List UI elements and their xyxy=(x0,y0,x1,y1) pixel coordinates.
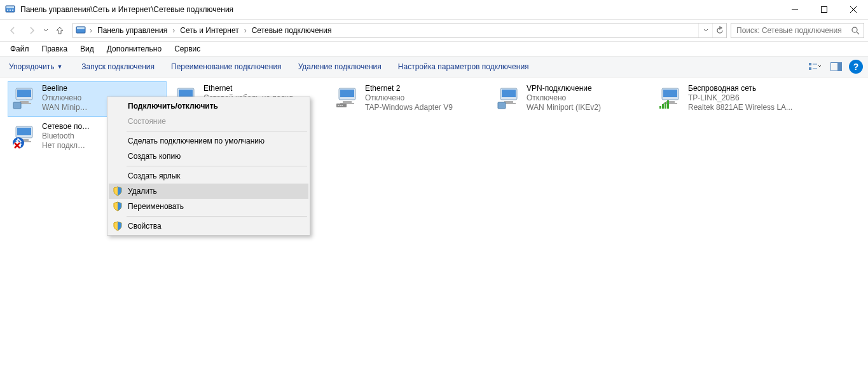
context-menu-separator xyxy=(127,216,307,217)
svg-rect-23 xyxy=(13,102,21,109)
wan-connection-icon xyxy=(496,84,523,113)
svg-rect-10 xyxy=(77,27,85,29)
svg-rect-6 xyxy=(822,7,827,13)
nav-history-dropdown[interactable] xyxy=(42,22,50,39)
organize-label: Упорядочить xyxy=(9,62,54,71)
context-menu-label: Переименовать xyxy=(128,202,184,211)
context-menu-item[interactable]: Подключить/отключить xyxy=(109,98,308,114)
context-menu-label: Свойства xyxy=(128,222,162,231)
connection-device: Нет подкл… xyxy=(42,141,90,151)
caret-down-icon: ▼ xyxy=(57,64,62,70)
close-button[interactable] xyxy=(839,0,868,19)
connections-view: BeelineОтключеноWAN Minip…EthernetСетево… xyxy=(0,77,868,156)
menu-edit[interactable]: Правка xyxy=(36,43,74,55)
preview-pane-button[interactable] xyxy=(827,58,845,76)
control-panel-icon xyxy=(5,4,15,15)
maximize-button[interactable] xyxy=(809,0,839,19)
connection-name: Ethernet 2 xyxy=(365,84,453,93)
cmd-rename-connection[interactable]: Переименование подключения xyxy=(167,60,286,74)
svg-rect-36 xyxy=(340,90,354,97)
help-button[interactable]: ? xyxy=(849,60,863,74)
context-menu-label: Сделать подключением по умолчанию xyxy=(128,137,265,145)
connection-device: Realtek 8821AE Wireless LA... xyxy=(688,103,792,112)
svg-rect-18 xyxy=(837,63,841,70)
context-menu-label: Состояние xyxy=(128,117,166,126)
cmd-delete-connection[interactable]: Удаление подключения xyxy=(294,60,385,74)
context-menu-item[interactable]: Переименовать xyxy=(109,199,308,214)
breadcrumb-item[interactable]: Сеть и Интернет xyxy=(177,26,241,35)
connection-name: Ethernet xyxy=(203,84,300,93)
navbar: › Панель управления › Сеть и Интернет › … xyxy=(0,19,868,42)
svg-point-11 xyxy=(852,27,857,32)
svg-rect-44 xyxy=(502,90,516,97)
svg-rect-57 xyxy=(17,128,31,135)
svg-rect-1 xyxy=(6,6,14,8)
crumb-separator-icon: › xyxy=(87,26,95,35)
window-controls xyxy=(780,0,868,19)
connection-name: Beeline xyxy=(42,84,88,93)
svg-rect-52 xyxy=(659,106,661,109)
cmd-connection-settings[interactable]: Настройка параметров подключения xyxy=(394,60,533,74)
svg-rect-42 xyxy=(341,105,343,106)
help-label: ? xyxy=(853,62,859,72)
connection-status: Отключено xyxy=(365,93,453,103)
svg-point-2 xyxy=(7,10,8,11)
titlebar: Панель управления\Сеть и Интернет\Сетевы… xyxy=(0,0,868,19)
menu-tools[interactable]: Сервис xyxy=(168,43,207,55)
bt-connection-icon xyxy=(11,122,38,151)
wan-connection-icon xyxy=(11,84,38,113)
svg-rect-47 xyxy=(498,102,506,109)
organize-button[interactable]: Упорядочить ▼ xyxy=(5,60,69,74)
connection-status: Отключено xyxy=(527,93,601,103)
addressbar-icon xyxy=(76,25,86,36)
connection-texts: BeelineОтключеноWAN Minip… xyxy=(42,84,88,112)
breadcrumb-item[interactable]: Панель управления xyxy=(95,26,170,35)
minimize-button[interactable] xyxy=(780,0,809,19)
context-menu-item[interactable]: Создать ярлык xyxy=(109,168,308,184)
svg-line-12 xyxy=(857,32,859,34)
breadcrumb-item[interactable]: Сетевые подключения xyxy=(249,26,334,35)
context-menu-item[interactable]: Удалить xyxy=(109,184,308,199)
svg-rect-37 xyxy=(343,101,352,103)
connection-device: WAN Miniport (IKEv2) xyxy=(527,103,601,112)
search-input[interactable] xyxy=(735,25,851,36)
addressbar[interactable]: › Панель управления › Сеть и Интернет › … xyxy=(72,23,727,38)
svg-rect-53 xyxy=(662,104,664,109)
context-menu-separator xyxy=(127,166,307,166)
eth-connection-icon xyxy=(334,84,361,113)
menu-view[interactable]: Вид xyxy=(74,43,100,55)
refresh-button[interactable] xyxy=(712,24,726,37)
connection-item[interactable]: VPN-подключениеОтключеноWAN Miniport (IK… xyxy=(492,81,651,117)
context-menu-item: Состояние xyxy=(109,114,308,129)
nav-up-button[interactable] xyxy=(51,22,69,39)
connection-name: VPN-подключение xyxy=(527,84,601,93)
menu-advanced[interactable]: Дополнительно xyxy=(100,43,168,55)
addressbar-dropdown-button[interactable] xyxy=(698,24,712,37)
svg-rect-54 xyxy=(665,102,666,109)
cmd-start-connection[interactable]: Запуск подключения xyxy=(78,60,158,74)
svg-rect-55 xyxy=(667,100,669,109)
nav-forward-button[interactable] xyxy=(23,22,41,39)
window-title: Панель управления\Сеть и Интернет\Сетевы… xyxy=(20,5,780,14)
connection-status: TP-LINK_20B6 xyxy=(688,93,792,103)
searchbox[interactable] xyxy=(731,23,864,38)
context-menu-item[interactable]: Сделать подключением по умолчанию xyxy=(109,133,308,149)
svg-rect-49 xyxy=(663,90,677,97)
connection-texts: VPN-подключениеОтключеноWAN Miniport (IK… xyxy=(527,84,601,112)
commandbar-right: ? xyxy=(806,58,863,76)
connection-name: Сетевое по… xyxy=(42,122,90,131)
menu-file[interactable]: Файл xyxy=(4,43,36,55)
context-menu-label: Удалить xyxy=(128,187,157,196)
menubar: Файл Правка Вид Дополнительно Сервис xyxy=(0,42,868,56)
connection-item[interactable]: Беспроводная сетьTP-LINK_20B6Realtek 882… xyxy=(654,81,813,117)
view-options-button[interactable] xyxy=(806,58,823,76)
wifi-connection-icon xyxy=(658,84,684,113)
connection-texts: Беспроводная сетьTP-LINK_20B6Realtek 882… xyxy=(688,84,792,112)
nav-back-button[interactable] xyxy=(4,22,22,39)
connection-item[interactable]: Ethernet 2ОтключеноTAP-Windows Adapter V… xyxy=(331,81,490,117)
connection-status: Bluetooth xyxy=(42,131,90,141)
context-menu-item[interactable]: Создать копию xyxy=(109,149,308,164)
uac-shield-icon xyxy=(113,221,123,231)
context-menu-item[interactable]: Свойства xyxy=(109,218,308,234)
context-menu-label: Создать копию xyxy=(128,152,181,161)
